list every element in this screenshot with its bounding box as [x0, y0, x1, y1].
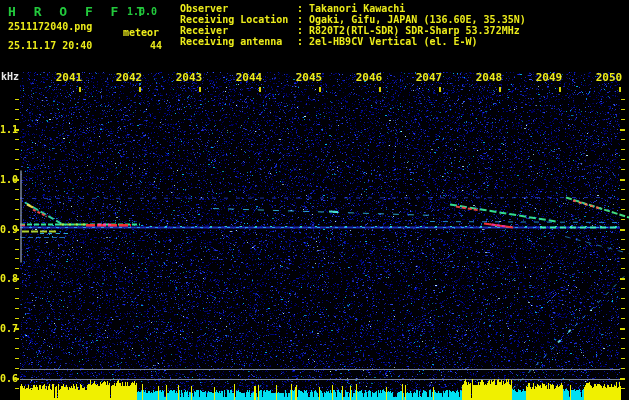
frequency-minor-tick: [621, 109, 625, 110]
frequency-minor-tick: [15, 358, 19, 359]
frequency-minor-tick: [621, 239, 625, 240]
frequency-tick-label: 0.6: [0, 373, 14, 384]
frequency-major-tick: [620, 328, 625, 330]
station-info-row: Receiving antenna:2el-HB9CV Vertical (el…: [180, 36, 526, 47]
frequency-major-tick: [14, 378, 19, 380]
output-filename: 2511172040.png: [8, 21, 92, 32]
frequency-minor-tick: [15, 298, 19, 299]
info-label: Observer: [180, 3, 297, 14]
frequency-minor-tick: [621, 159, 625, 160]
info-label: Receiving antenna: [180, 36, 297, 47]
station-info-block: Observer:Takanori KawachiReceiving Locat…: [180, 3, 526, 47]
frequency-minor-tick: [621, 249, 625, 250]
info-value: R820T2(RTL-SDR) SDR-Sharp 53.372MHz: [309, 25, 520, 36]
frequency-major-tick: [620, 378, 625, 380]
frequency-minor-tick: [621, 139, 625, 140]
frequency-major-tick: [620, 229, 625, 231]
info-colon: :: [297, 14, 309, 25]
frequency-minor-tick: [15, 348, 19, 349]
info-value: Ogaki, Gifu, JAPAN (136.60E, 35.35N): [309, 14, 526, 25]
time-tick-mark: [259, 87, 261, 92]
station-info-row: Receiving Location:Ogaki, Gifu, JAPAN (1…: [180, 14, 526, 25]
frequency-minor-tick: [621, 358, 625, 359]
info-value: Takanori Kawachi: [309, 3, 405, 14]
time-tick-label: 2044: [236, 71, 263, 84]
frequency-minor-tick: [621, 318, 625, 319]
info-colon: :: [297, 25, 309, 36]
frequency-tick-label: 1.0: [0, 173, 14, 184]
time-tick-mark: [499, 87, 501, 92]
frequency-minor-tick: [15, 169, 19, 170]
frequency-minor-tick: [621, 348, 625, 349]
frequency-minor-tick: [15, 99, 19, 100]
frequency-minor-tick: [15, 239, 19, 240]
frequency-major-tick: [620, 179, 625, 181]
time-tick-label: 2050: [596, 71, 623, 84]
frequency-major-tick: [14, 278, 19, 280]
time-tick-mark: [139, 87, 141, 92]
frequency-minor-tick: [621, 338, 625, 339]
frequency-minor-tick: [621, 189, 625, 190]
frequency-minor-tick: [15, 288, 19, 289]
frequency-minor-tick: [621, 219, 625, 220]
frequency-minor-tick: [621, 288, 625, 289]
time-tick-mark: [379, 87, 381, 92]
frequency-minor-tick: [15, 219, 19, 220]
frequency-minor-tick: [15, 388, 19, 389]
time-tick-label: 2042: [116, 71, 143, 84]
time-tick-label: 2041: [56, 71, 83, 84]
frequency-major-tick: [620, 129, 625, 131]
frequency-minor-tick: [15, 268, 19, 269]
frequency-minor-tick: [15, 199, 19, 200]
frequency-axis-unit-label: kHz: [1, 71, 19, 82]
frequency-minor-tick: [15, 318, 19, 319]
frequency-tick-label: 0.7: [0, 323, 14, 334]
frequency-minor-tick: [15, 209, 19, 210]
echo-count: 44: [138, 40, 162, 51]
time-tick-label: 2049: [536, 71, 563, 84]
info-label: Receiving Location: [180, 14, 297, 25]
frequency-minor-tick: [15, 139, 19, 140]
frequency-minor-tick: [621, 268, 625, 269]
time-tick-mark: [559, 87, 561, 92]
frequency-minor-tick: [621, 169, 625, 170]
app-version: 1.0.0: [127, 6, 157, 17]
time-tick-label: 2048: [476, 71, 503, 84]
frequency-major-tick: [14, 328, 19, 330]
frequency-minor-tick: [621, 119, 625, 120]
frequency-tick-label: 0.9: [0, 223, 14, 234]
frequency-minor-tick: [621, 149, 625, 150]
frequency-tick-label: 0.8: [0, 273, 14, 284]
frequency-minor-tick: [15, 159, 19, 160]
spectrogram-canvas: [0, 0, 629, 400]
frequency-major-tick: [620, 278, 625, 280]
time-tick-mark: [319, 87, 321, 92]
station-info-row: Observer:Takanori Kawachi: [180, 3, 526, 14]
time-tick-label: 2045: [296, 71, 323, 84]
frequency-minor-tick: [15, 258, 19, 259]
frequency-minor-tick: [621, 199, 625, 200]
time-tick-mark: [79, 87, 81, 92]
time-tick-label: 2043: [176, 71, 203, 84]
time-tick-mark: [199, 87, 201, 92]
frequency-major-tick: [14, 229, 19, 231]
frequency-minor-tick: [621, 298, 625, 299]
frequency-minor-tick: [15, 249, 19, 250]
info-label: Receiver: [180, 25, 297, 36]
frequency-minor-tick: [15, 189, 19, 190]
frequency-minor-tick: [621, 368, 625, 369]
frequency-tick-label: 1.1: [0, 124, 14, 135]
frequency-minor-tick: [621, 99, 625, 100]
frequency-minor-tick: [621, 388, 625, 389]
observation-mode-label: meteor: [123, 27, 159, 38]
time-tick-label: 2046: [356, 71, 383, 84]
frequency-minor-tick: [15, 149, 19, 150]
observation-datetime: 25.11.17 20:40: [8, 40, 92, 51]
frequency-minor-tick: [621, 308, 625, 309]
time-tick-mark: [439, 87, 441, 92]
hrofft-screenshot: H R O F F T 1.0.0 2511172040.png meteor …: [0, 0, 629, 400]
info-colon: :: [297, 3, 309, 14]
time-tick-label: 2047: [416, 71, 443, 84]
station-info-row: Receiver:R820T2(RTL-SDR) SDR-Sharp 53.37…: [180, 25, 526, 36]
frequency-minor-tick: [15, 338, 19, 339]
